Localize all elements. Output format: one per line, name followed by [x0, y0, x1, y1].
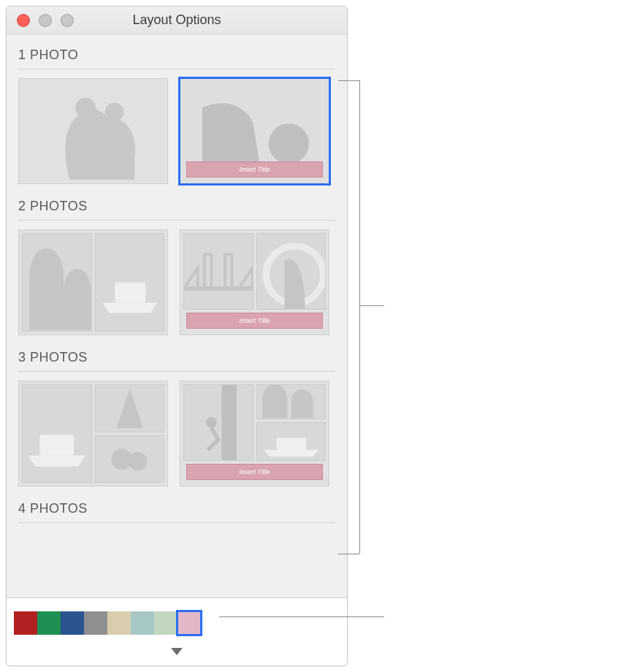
callout-line [359, 305, 384, 306]
layout-thumb-2a[interactable] [18, 229, 168, 335]
section-title-3-photos: 3 PHOTOS [7, 343, 347, 371]
thumb-row-1: Insert Title [7, 78, 347, 191]
layout-list[interactable]: 1 PHOTO Insert Title 2 PHO [7, 34, 347, 597]
photo-slot [95, 233, 165, 332]
photo-slot [256, 233, 327, 310]
expand-button[interactable] [12, 645, 341, 663]
arches-icon [23, 234, 91, 331]
color-swatch[interactable] [154, 611, 178, 635]
arches-icon [257, 385, 326, 419]
color-swatch[interactable] [178, 611, 201, 635]
photo-slot [22, 384, 92, 483]
section-title-1-photo: 1 PHOTO [7, 40, 347, 69]
svg-point-20 [206, 417, 217, 428]
callout-line [338, 80, 359, 81]
color-swatch[interactable] [14, 611, 37, 635]
color-swatch[interactable] [107, 611, 131, 635]
sport-icon [257, 234, 326, 309]
thumb-row-3: Insert Title [7, 381, 347, 494]
climber-icon [184, 385, 253, 460]
svg-rect-13 [39, 435, 74, 455]
section-title-4-photos: 4 PHOTOS [7, 494, 347, 522]
svg-rect-18 [184, 385, 253, 460]
photo-slot [95, 384, 165, 432]
window-controls [17, 14, 74, 27]
photo-slot [95, 435, 165, 484]
divider [18, 371, 335, 372]
chevron-down-icon [171, 648, 183, 655]
photo-slot [256, 384, 327, 419]
svg-rect-12 [23, 386, 91, 481]
color-swatch[interactable] [131, 611, 154, 635]
layout-thumb-1a[interactable] [18, 78, 168, 184]
svg-rect-19 [221, 385, 237, 460]
svg-point-2 [105, 103, 124, 122]
color-swatch[interactable] [61, 611, 84, 635]
layout-thumb-2b[interactable]: Insert Title [180, 229, 329, 335]
svg-point-17 [128, 451, 146, 470]
thumb-illustration-icon [19, 79, 167, 183]
color-swatch[interactable] [37, 611, 61, 635]
callout-line [338, 554, 359, 554]
photo-slot [22, 233, 92, 332]
callout-line [219, 616, 384, 617]
close-icon[interactable] [17, 14, 30, 27]
photo-slot [256, 422, 327, 461]
layout-options-window: Layout Options 1 PHOTO Insert T [6, 6, 348, 666]
color-swatch[interactable] [84, 611, 107, 635]
minimize-icon[interactable] [39, 14, 52, 27]
titlebar: Layout Options [7, 7, 347, 34]
tower-icon [96, 385, 164, 432]
bridge-icon [184, 234, 253, 309]
svg-point-1 [75, 98, 96, 118]
svg-point-4 [269, 123, 309, 164]
color-swatches [14, 611, 201, 635]
svg-rect-23 [276, 438, 306, 450]
layout-thumb-3b[interactable]: Insert Title [180, 381, 329, 486]
divider [18, 69, 335, 69]
thumb-row-2: Insert Title [7, 229, 347, 343]
svg-rect-7 [115, 283, 145, 303]
ship-icon [257, 423, 326, 460]
photo-slot [183, 233, 253, 310]
ship-icon [96, 234, 164, 331]
caption-bar: Insert Title [186, 313, 323, 329]
caption-bar: Insert Title [186, 464, 323, 480]
layout-thumb-1b[interactable]: Insert Title [180, 78, 329, 184]
people-icon [96, 436, 164, 483]
section-title-2-photos: 2 PHOTOS [7, 191, 347, 220]
layout-thumb-3a[interactable] [18, 381, 168, 486]
divider [18, 522, 335, 523]
callout-line [359, 80, 360, 554]
photo-slot [183, 384, 253, 461]
caption-bar: Insert Title [186, 161, 323, 177]
ship-icon [23, 385, 91, 482]
divider [18, 220, 335, 221]
bottom-panel [7, 597, 347, 665]
maximize-icon[interactable] [61, 14, 74, 27]
